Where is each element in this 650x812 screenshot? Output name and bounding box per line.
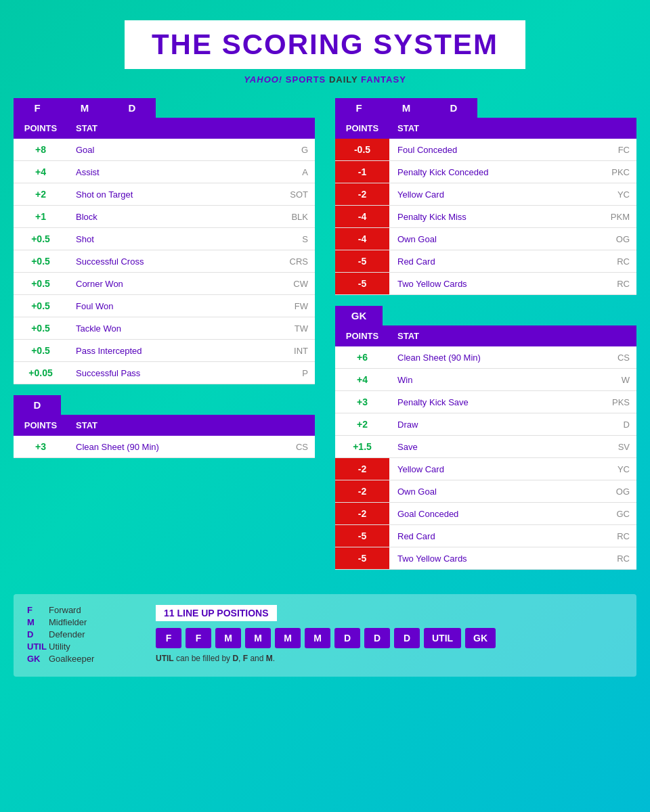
points-cell: +4 [335,369,389,391]
abbr-cell: D [603,413,636,436]
lineup-positions: FFMMMMDDDUTILGK [156,628,623,648]
points-cell: +4 [14,161,68,183]
stat-cell: Red Card [389,525,603,547]
legend-val: Midfielder [49,617,87,627]
right-gk-table: GK POINTS STAT +6Clean Sheet (90 Min)CS+… [335,306,636,570]
legend-val: Defender [49,629,85,639]
stat-cell: Yellow Card [389,183,603,206]
stat-cell: Foul Conceded [389,139,603,161]
points-cell: +2 [14,183,68,206]
stat-cell: Shot on Target [68,183,281,206]
stat-cell: Clean Sheet (90 Min) [389,346,603,369]
legend-val: Goalkeeper [49,654,94,664]
legend-item: GKGoalkeeper [27,654,135,664]
abbr-cell: A [281,161,315,183]
col-abbr-r [603,118,636,139]
points-cell: -5 [335,273,389,295]
stat-cell: Penalty Kick Miss [389,206,603,228]
lineup-section: 11 LINE UP POSITIONS FFMMMMDDDUTILGK UTI… [156,605,623,663]
stat-cell: Clean Sheet (90 Min) [68,436,281,458]
stat-cell: Yellow Card [389,458,603,480]
abbr-cell: FW [281,295,315,317]
left-fmd-table: F M D POINTS STAT +8GoalG+4AssistA+2Shot… [14,98,315,384]
abbr-cell: BLK [281,206,315,228]
legend-key: M [27,617,49,627]
legend-key: D [27,629,49,639]
points-cell: +0.5 [14,317,68,340]
points-cell: -5 [335,250,389,273]
main-content: F M D POINTS STAT +8GoalG+4AssistA+2Shot… [14,98,636,581]
points-cell: -2 [335,183,389,206]
stat-cell: Successful Cross [68,250,281,273]
left-pos-D-only: D [14,395,61,415]
points-cell: +1 [14,206,68,228]
abbr-cell: CRS [281,250,315,273]
stat-cell: Successful Pass [68,362,281,384]
bottom-section: FForwardMMidfielderDDefenderUTILUtilityG… [14,594,636,677]
legend-key: F [27,605,49,615]
lineup-position-badge: UTIL [424,628,461,648]
abbr-cell: OG [603,480,636,503]
stat-cell: Penalty Kick Save [389,391,603,413]
points-cell: -2 [335,458,389,480]
lineup-position-badge: GK [465,628,496,648]
lineup-position-badge: F [156,628,181,648]
points-cell: +0.5 [14,228,68,250]
lineup-position-badge: M [275,628,301,648]
abbr-cell: RC [603,250,636,273]
col-stat-gk: STAT [389,325,603,346]
right-pos-F: F [335,98,383,118]
legend-item: FForward [27,605,135,615]
stat-cell: Own Goal [389,228,603,250]
abbr-cell: INT [281,340,315,362]
abbr-cell: CW [281,273,315,295]
legend-val: Forward [49,605,81,615]
abbr-cell: CS [603,346,636,369]
abbr-cell: CS [281,436,315,458]
col-abbr-gk [603,325,636,346]
left-column: F M D POINTS STAT +8GoalG+4AssistA+2Shot… [14,98,315,581]
right-column: F M D POINTS STAT -0.5Foul ConcededFC-1P… [335,98,636,581]
abbr-cell: YC [603,458,636,480]
col-points-d: POINTS [14,415,68,436]
col-points-gk: POINTS [335,325,389,346]
stat-cell: Own Goal [389,480,603,503]
stat-cell: Assist [68,161,281,183]
col-stat: STAT [68,118,281,139]
abbr-cell: PKS [603,391,636,413]
abbr-cell: G [281,139,315,161]
points-cell: +2 [335,413,389,436]
abbr-cell: SOT [281,183,315,206]
left-pos-D: D [108,98,156,118]
abbr-cell: PKM [603,206,636,228]
legend-item: UTILUtility [27,641,135,652]
points-cell: +6 [335,346,389,369]
col-abbr-d [281,415,315,436]
abbr-cell: RC [603,547,636,570]
stat-cell: Two Yellow Cards [389,273,603,295]
points-cell: -5 [335,525,389,547]
abbr-cell: OG [603,228,636,250]
points-cell: +0.5 [14,295,68,317]
points-cell: -4 [335,228,389,250]
stat-cell: Save [389,436,603,458]
brand-fantasy: FANTASY [361,74,406,85]
brand-daily: DAILY [329,74,361,85]
stat-cell: Corner Won [68,273,281,295]
col-points: POINTS [14,118,68,139]
abbr-cell: W [603,369,636,391]
right-pos-D: D [430,98,477,118]
legend: FForwardMMidfielderDDefenderUTILUtilityG… [27,605,135,666]
lineup-position-badge: D [334,628,360,648]
stat-cell: Penalty Kick Conceded [389,161,603,183]
points-cell: +1.5 [335,436,389,458]
brand-yahoo: YAHOO! [244,74,282,85]
stat-cell: Goal Conceded [389,503,603,525]
col-abbr [281,118,315,139]
abbr-cell: FC [603,139,636,161]
legend-item: MMidfielder [27,617,135,627]
stat-cell: Win [389,369,603,391]
points-cell: +0.5 [14,250,68,273]
abbr-cell: RC [603,525,636,547]
abbr-cell: SV [603,436,636,458]
